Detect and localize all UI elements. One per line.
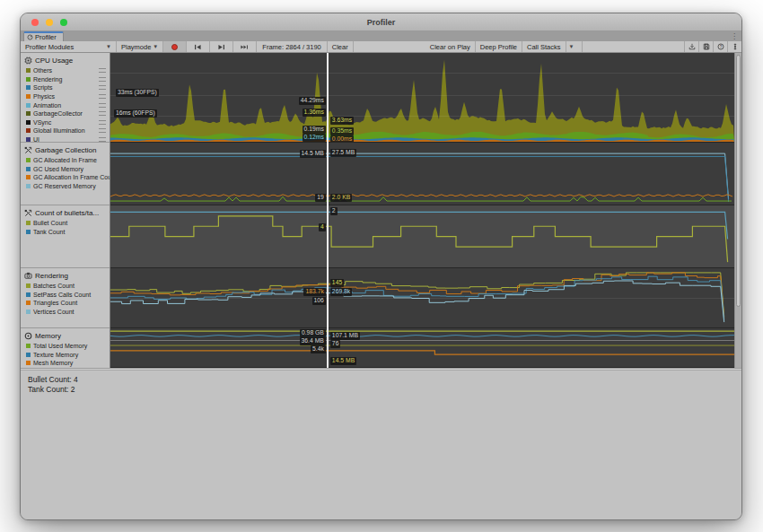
legend-label: GarbageCollector [33,110,83,117]
playmode-label: Playmode [121,43,151,51]
legend-item[interactable]: GarbageCollector [21,109,110,118]
drag-handle-icon[interactable] [99,77,106,82]
tools-icon [24,146,32,154]
grid-line [110,95,734,96]
legend-color-swatch [26,137,31,142]
vertical-scrollbar[interactable] [734,53,741,368]
load-icon [688,43,696,50]
minimize-button[interactable] [46,19,53,26]
scrollbar-thumb[interactable] [736,55,741,307]
legend-item[interactable]: VSync [21,118,110,127]
legend-item[interactable]: Scripts [21,83,110,92]
module-title: Count of bullets/ta... [35,209,99,217]
legend-item[interactable]: Rendering [21,75,110,84]
previous-frame-icon [194,44,202,50]
legend-label: UI [33,136,39,143]
drag-handle-icon[interactable] [99,128,106,133]
legend-item[interactable]: UI [21,135,110,143]
frame-counter: Frame: 2864 / 3190 [257,41,327,52]
legend-item[interactable]: Tank Count [21,228,110,237]
call-stacks-label: Call Stacks [527,43,561,51]
chart-value-label: 14.5 MB [330,357,356,365]
chart-value-label: 14.5 MB [300,150,326,158]
charts-area[interactable]: 33ms (30FPS)16ms (60FPS)44.29ms1.36ms0.1… [110,53,734,368]
legend-item[interactable]: Texture Memory [21,351,110,360]
legend-item[interactable]: GC Reserved Memory [21,182,110,191]
tab-bar: Profiler ⋮ [21,31,741,41]
legend-color-swatch [26,353,31,357]
legend-label: Texture Memory [33,352,78,358]
tab-profiler[interactable]: Profiler [23,31,64,41]
chart-memory[interactable]: 0.98 GB36.4 MB5.4k107.1 MB7614.5 MB [110,328,734,368]
drag-handle-icon[interactable] [99,94,106,99]
legend-item[interactable]: GC Allocated In Frame [21,156,110,165]
drag-handle-icon[interactable] [99,137,106,142]
chart-garbage-collection[interactable]: 14.5 MB27.5 MB192.0 KB [110,143,734,205]
legend-item[interactable]: Vertices Count [21,308,110,317]
module-header-memory[interactable]: Memory [21,331,110,342]
legend-item[interactable]: Mesh Memory [21,359,110,368]
playmode-dropdown[interactable]: Playmode ▼ [117,41,163,52]
deep-profile-toggle[interactable]: Deep Profile [476,41,522,52]
legend-label: Triangles Count [33,300,77,306]
legend-label: Tank Count [33,229,65,235]
detail-line: Bullet Count: 4 [28,375,734,385]
legend-color-swatch [26,158,31,162]
chart-value-label: 19 [315,194,326,202]
load-profile-button[interactable] [684,41,698,52]
legend-item[interactable]: Physics [21,92,110,101]
drag-handle-icon[interactable] [99,85,106,90]
context-menu-button[interactable] [727,41,741,52]
chart-rendering[interactable]: 183.7k106145269.8k [110,268,734,328]
previous-frame-button[interactable] [187,41,210,52]
record-button[interactable] [163,41,187,52]
chevron-down-icon: ▼ [106,44,111,49]
legend-label: Vertices Count [33,309,75,315]
legend-item[interactable]: Global Illumination [21,126,110,135]
legend-color-swatch [26,292,31,297]
drag-handle-icon[interactable] [99,111,106,116]
close-button[interactable] [31,19,39,26]
help-button[interactable]: ? [713,41,727,52]
legend-item[interactable]: GC Allocation In Frame Cour [21,173,110,182]
legend-item[interactable]: Bullet Count [21,219,110,228]
tools-icon [24,209,32,217]
legend-item[interactable]: Total Used Memory [21,342,110,351]
profiler-tab-icon [27,34,33,40]
save-profile-button[interactable] [698,41,713,52]
module-header-garbage-collection[interactable]: Garbage Collection [21,145,110,156]
chart-value-label: 0.35ms [330,127,354,135]
chevron-down-icon[interactable]: ▼ [566,41,577,52]
module-header-rendering[interactable]: Rendering [21,271,110,282]
module-header-cpu-usage[interactable]: CPU Usage [21,56,110,66]
legend-item[interactable]: GC Used Memory [21,165,110,174]
toolbar: Profiler Modules ▼ Playmode ▼ Frame: 286… [21,41,741,53]
clear-on-play-toggle[interactable]: Clear on Play [425,41,476,52]
legend-item[interactable]: Others [21,66,110,75]
module-section-count-of-bullets-ta: Count of bullets/ta...Bullet CountTank C… [21,205,110,268]
profiler-modules-dropdown[interactable]: Profiler Modules ▼ [21,41,117,52]
call-stacks-dropdown[interactable]: Call Stacks ▼ [522,41,582,52]
chart-count-of-bullets-ta[interactable]: 24 [110,205,734,268]
toolbar-right-icons: ? [684,41,741,52]
legend-color-swatch [26,85,31,90]
tab-context-menu-icon[interactable]: ⋮ [731,31,738,41]
clear-button[interactable]: Clear [328,41,354,52]
legend-color-swatch [26,167,31,171]
module-header-count-of-bullets-ta[interactable]: Count of bullets/ta... [21,208,110,219]
next-frame-button[interactable] [210,41,233,52]
current-frame-button[interactable] [233,41,257,52]
drag-handle-icon[interactable] [99,103,106,108]
drag-handle-icon[interactable] [99,120,106,125]
titlebar[interactable]: Profiler [21,13,741,31]
legend-item[interactable]: Animation [21,100,110,109]
zoom-button[interactable] [60,19,67,26]
svg-text:?: ? [719,45,722,49]
module-title: Memory [35,332,61,340]
legend-item[interactable]: Batches Count [21,282,110,291]
drag-handle-icon[interactable] [99,68,106,73]
legend-item[interactable]: SetPass Calls Count [21,291,110,300]
legend-item[interactable]: Triangles Count [21,299,110,308]
chart-cpu-usage[interactable]: 33ms (30FPS)16ms (60FPS)44.29ms1.36ms0.1… [110,53,734,143]
legend-color-swatch [26,361,31,365]
